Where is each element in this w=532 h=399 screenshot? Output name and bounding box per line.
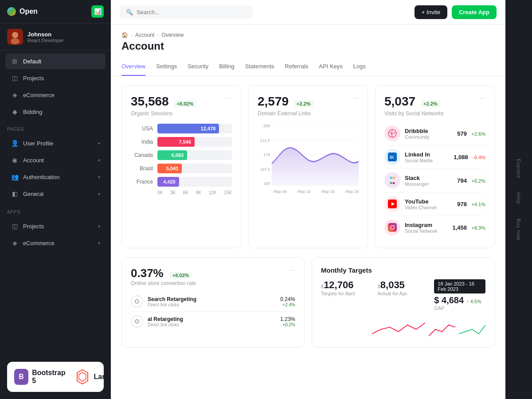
sidebar-item-bidding[interactable]: ◆ Bidding: [5, 104, 106, 120]
sidebar-item-projects[interactable]: ◫ Projects: [5, 70, 106, 86]
logo-icon: [7, 7, 16, 16]
gap-value: $ 4,684: [434, 295, 464, 305]
card-menu-icon[interactable]: ···: [353, 94, 359, 102]
social-change-badge: +2.6%: [472, 131, 486, 137]
sidebar-item-user-profile[interactable]: 👤 User Profile ▾: [5, 135, 106, 151]
social-type: Social Media: [405, 158, 449, 163]
tab-referrals[interactable]: Referrals: [285, 58, 309, 76]
create-app-button[interactable]: Create App: [452, 5, 497, 19]
bar-label: India: [131, 139, 153, 145]
retarget-name: Search Retargeting: [148, 296, 276, 302]
sidebar-item-ecommerce[interactable]: ◈ eCommerce: [5, 87, 106, 103]
tab-settings[interactable]: Settings: [156, 58, 177, 76]
app-projects-icon: ◫: [11, 222, 19, 230]
social-count: 794: [457, 177, 467, 184]
breadcrumb-home[interactable]: 🏠: [121, 32, 128, 38]
invite-button[interactable]: + Invite: [415, 5, 447, 19]
bar-label: France: [131, 179, 153, 185]
retarget-icon: [131, 315, 143, 328]
search-input[interactable]: [137, 9, 246, 16]
user-section: Johnson React Developer: [0, 23, 111, 51]
tab-overview[interactable]: Overview: [121, 58, 145, 76]
main-area: 🔍 + Invite Create App 🏠 › Account › Over…: [111, 0, 505, 399]
svg-point-14: [390, 182, 392, 184]
app-icon[interactable]: 📊: [91, 5, 104, 18]
sidebar-item-label: Account: [23, 157, 44, 164]
domain-links-card: 2,579 +2.2% Domain External Links ··· 25…: [248, 85, 368, 248]
search-box[interactable]: 🔍: [120, 6, 253, 19]
tab-statements[interactable]: Statements: [245, 58, 274, 76]
sidebar-item-label: User Profile: [23, 140, 53, 147]
gap-change: ↑ 4.5%: [466, 299, 481, 304]
sidebar-item-general[interactable]: ◧ General ▾: [5, 186, 106, 202]
retarget-type: Direct link clicks: [148, 302, 276, 307]
social-name: Instagram: [405, 222, 448, 228]
avatar: [7, 29, 23, 45]
conversion-card: 0.37% +8.02% Online store convertion rat…: [121, 257, 305, 348]
sidebar-item-label: eCommerce: [23, 92, 55, 98]
social-label: Visits by Social Networks: [384, 110, 444, 117]
user-profile-icon: 👤: [11, 139, 19, 147]
tab-security[interactable]: Security: [188, 58, 208, 76]
help-button[interactable]: Help: [512, 185, 525, 211]
account-icon: ◉: [11, 156, 19, 164]
targets-april-label: Targets for April: [321, 291, 372, 296]
sidebar-item-authentication[interactable]: 👥 Authentication ▾: [5, 169, 106, 185]
organic-sessions-card: 35,568 +8.02% Organic Sessions ··· USA 1…: [121, 85, 241, 248]
app-ecommerce-icon: ◈: [11, 239, 19, 247]
social-type: Messanger: [405, 181, 453, 187]
social-name: Linked In: [405, 151, 449, 158]
chevron-down-icon: ▾: [98, 192, 100, 196]
svg-text:in: in: [390, 155, 394, 160]
retarget-type: Direct link clicks: [148, 322, 276, 327]
buy-now-button[interactable]: Buy now: [512, 211, 525, 247]
explore-button[interactable]: Explore: [512, 152, 525, 185]
instagram-icon: [384, 219, 400, 235]
tabs-bar: Overview Settings Security Billing State…: [111, 58, 505, 76]
chevron-down-icon: ▾: [98, 241, 100, 246]
bidding-icon: ◆: [11, 108, 19, 116]
social-row-youtube: YouTube Video Channel 978 +4.1%: [384, 192, 485, 216]
breadcrumb-account[interactable]: Account: [135, 32, 154, 38]
slack-icon: [384, 172, 400, 188]
retarget-row: al Retargeting Direct link clicks 1.23% …: [131, 312, 295, 331]
card-menu-icon[interactable]: ···: [226, 94, 232, 102]
sidebar-item-app-ecommerce[interactable]: ◈ eCommerce ▾: [5, 235, 106, 251]
domain-label: Domain External Links: [258, 110, 313, 117]
social-name: Slack: [405, 175, 453, 181]
sidebar-item-default[interactable]: ⊞ Default: [5, 53, 106, 69]
card-menu-icon[interactable]: ···: [480, 94, 485, 102]
social-list: Dribbble Community 579 +2.6% in: [384, 122, 485, 239]
social-row-dribbble: Dribbble Community 579 +2.6%: [384, 122, 485, 145]
user-name: Johnson: [27, 31, 64, 38]
bootstrap-icon: B: [14, 369, 28, 385]
bar-axis: 0K3K6K9K12K15K: [131, 190, 232, 195]
laravel-icon: [74, 369, 90, 385]
conversion-value: 0.37%: [131, 266, 164, 280]
promo-section: B Bootstrap 5 Laravel: [0, 355, 111, 399]
sidebar-item-account[interactable]: ◉ Account ▾: [5, 152, 106, 168]
bar-label: USA: [131, 125, 153, 132]
organic-value: 35,568: [131, 94, 169, 109]
bar-value: 5,041: [166, 166, 179, 171]
bar-value: 6,083: [172, 153, 184, 158]
social-row-linkedin: in Linked In Social Media 1,088 -0.4%: [384, 145, 485, 169]
chevron-down-icon: ▾: [98, 224, 100, 229]
pages-section-label: PAGES: [7, 127, 104, 132]
social-row-slack: Slack Messanger 794 +0.2%: [384, 169, 485, 192]
sidebar-item-app-projects[interactable]: ◫ Projects ▾: [5, 218, 106, 234]
conversion-change: +8.02%: [170, 272, 192, 279]
auth-icon: 👥: [11, 173, 19, 181]
card-menu-icon[interactable]: ···: [289, 266, 295, 274]
tab-billing[interactable]: Billing: [219, 58, 235, 76]
svg-point-1: [12, 32, 18, 38]
tab-logs[interactable]: Logs: [353, 58, 366, 76]
tab-api-keys[interactable]: API Keys: [319, 58, 342, 76]
bar-value: 12,478: [201, 126, 216, 131]
retarget-icon: [131, 295, 143, 308]
social-type: Video Channel: [405, 205, 453, 210]
metrics-grid: 35,568 +8.02% Organic Sessions ··· USA 1…: [111, 76, 505, 257]
bar-label: Canada: [131, 152, 153, 158]
retargeting-list: Search Retargeting Direct link clicks 0.…: [131, 292, 295, 331]
youtube-icon: [384, 196, 400, 212]
